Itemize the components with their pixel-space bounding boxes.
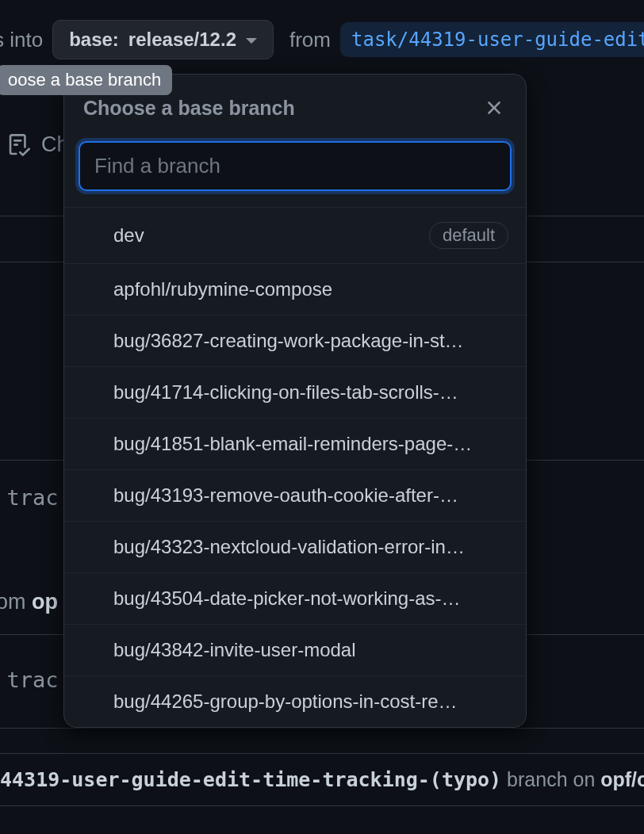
branch-name: bug/44265-group-by-options-in-cost-re… (113, 691, 508, 713)
chevron-down-icon (246, 38, 257, 44)
compare-header: s into base: release/12.2 from task/4431… (0, 0, 644, 59)
base-branch-tooltip: oose a base branch (0, 65, 172, 95)
branch-item[interactable]: bug/44265-group-by-options-in-cost-re… (64, 675, 526, 727)
branch-list: dev default apfohl/rubymine-compose bug/… (64, 207, 526, 727)
summary-branch-name: 44319-user-guide-edit-time-tracking-(typ… (0, 768, 501, 791)
bottom-summary: 44319-user-guide-edit-time-tracking-(typ… (0, 753, 644, 806)
summary-middle: branch on (501, 768, 600, 790)
divider (0, 728, 644, 729)
bg-from-bold: op (32, 590, 58, 614)
branch-name: bug/43504-date-picker-not-working-as-… (113, 587, 508, 610)
branch-name: bug/36827-creating-work-package-in-st… (113, 330, 508, 352)
branch-item-dev[interactable]: dev default (64, 207, 526, 263)
branch-item[interactable]: bug/43193-remove-oauth-cookie-after-… (64, 469, 526, 521)
branch-item[interactable]: bug/41714-clicking-on-files-tab-scrolls-… (64, 366, 526, 418)
branch-name: bug/43842-invite-user-modal (113, 639, 508, 661)
search-wrap (64, 130, 526, 207)
default-badge: default (429, 222, 508, 249)
branch-item[interactable]: bug/43504-date-picker-not-working-as-… (64, 572, 526, 624)
bg-from-text: rom (0, 590, 26, 614)
branch-name: bug/43193-remove-oauth-cookie-after-… (113, 484, 508, 507)
branch-search-input[interactable] (79, 141, 512, 191)
into-label: s into (0, 28, 43, 52)
checklist-icon (8, 134, 30, 156)
branch-item[interactable]: apfohl/rubymine-compose (64, 263, 526, 315)
branch-name: bug/41851-blank-email-reminders-page-… (113, 433, 508, 455)
base-branch-selector[interactable]: base: release/12.2 (52, 20, 274, 59)
bg-track-text-1: e trac (0, 485, 59, 510)
branch-item[interactable]: bug/41851-blank-email-reminders-page-… (64, 418, 526, 469)
branch-name: apfohl/rubymine-compose (113, 278, 508, 300)
close-button[interactable] (480, 94, 508, 122)
compare-branch-selector[interactable]: task/44319-user-guide-edit (340, 22, 644, 57)
popover-title: Choose a base branch (83, 97, 295, 120)
branch-name: bug/41714-clicking-on-files-tab-scrolls-… (113, 381, 508, 404)
branch-item[interactable]: bug/43842-invite-user-modal (64, 624, 526, 675)
from-label: from (289, 28, 331, 52)
branch-name: dev (113, 224, 421, 247)
base-branch-popover: Choose a base branch dev default apfohl/… (63, 74, 527, 728)
base-value: release/12.2 (128, 29, 236, 51)
summary-repo: opf/o (600, 768, 644, 790)
branch-name: bug/43323-nextcloud-validation-error-in… (113, 536, 508, 558)
base-prefix: base: (69, 29, 119, 51)
branch-item[interactable]: bug/36827-creating-work-package-in-st… (64, 315, 526, 366)
close-icon (483, 97, 505, 119)
bg-track-text-2: e trac (0, 668, 59, 692)
branch-item[interactable]: bug/43323-nextcloud-validation-error-in… (64, 521, 526, 572)
